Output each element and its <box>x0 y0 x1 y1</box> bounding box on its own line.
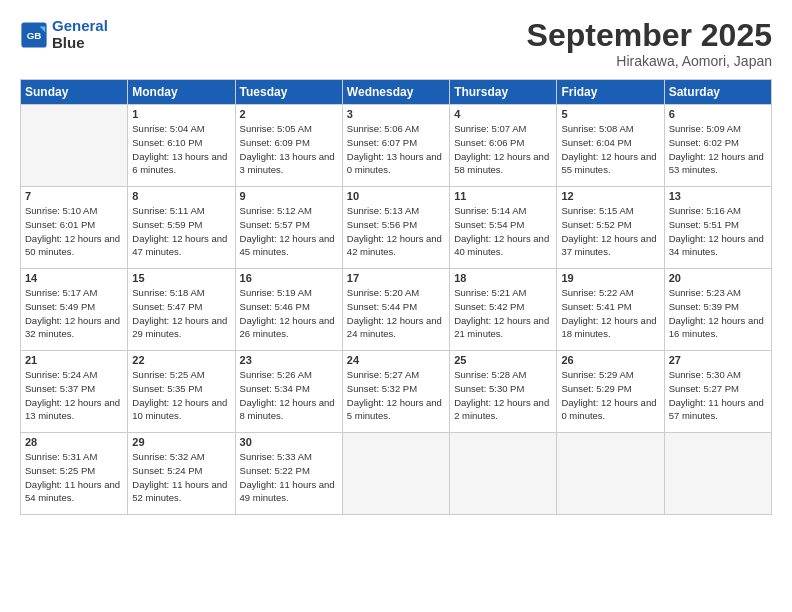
day-info: Sunrise: 5:31 AMSunset: 5:25 PMDaylight:… <box>25 450 123 505</box>
svg-text:GB: GB <box>27 30 42 41</box>
day-cell: 21Sunrise: 5:24 AMSunset: 5:37 PMDayligh… <box>21 351 128 433</box>
day-number: 28 <box>25 436 123 448</box>
day-number: 10 <box>347 190 445 202</box>
day-cell: 14Sunrise: 5:17 AMSunset: 5:49 PMDayligh… <box>21 269 128 351</box>
day-cell: 6Sunrise: 5:09 AMSunset: 6:02 PMDaylight… <box>664 105 771 187</box>
day-number: 19 <box>561 272 659 284</box>
day-info: Sunrise: 5:09 AMSunset: 6:02 PMDaylight:… <box>669 122 767 177</box>
day-cell: 28Sunrise: 5:31 AMSunset: 5:25 PMDayligh… <box>21 433 128 515</box>
day-cell: 4Sunrise: 5:07 AMSunset: 6:06 PMDaylight… <box>450 105 557 187</box>
day-cell <box>664 433 771 515</box>
day-number: 12 <box>561 190 659 202</box>
day-number: 13 <box>669 190 767 202</box>
col-monday: Monday <box>128 80 235 105</box>
day-info: Sunrise: 5:10 AMSunset: 6:01 PMDaylight:… <box>25 204 123 259</box>
day-info: Sunrise: 5:30 AMSunset: 5:27 PMDaylight:… <box>669 368 767 423</box>
day-number: 18 <box>454 272 552 284</box>
day-info: Sunrise: 5:23 AMSunset: 5:39 PMDaylight:… <box>669 286 767 341</box>
week-row-1: 1Sunrise: 5:04 AMSunset: 6:10 PMDaylight… <box>21 105 772 187</box>
day-number: 15 <box>132 272 230 284</box>
day-info: Sunrise: 5:24 AMSunset: 5:37 PMDaylight:… <box>25 368 123 423</box>
day-info: Sunrise: 5:18 AMSunset: 5:47 PMDaylight:… <box>132 286 230 341</box>
day-number: 14 <box>25 272 123 284</box>
day-cell: 29Sunrise: 5:32 AMSunset: 5:24 PMDayligh… <box>128 433 235 515</box>
day-info: Sunrise: 5:21 AMSunset: 5:42 PMDaylight:… <box>454 286 552 341</box>
day-cell: 30Sunrise: 5:33 AMSunset: 5:22 PMDayligh… <box>235 433 342 515</box>
day-info: Sunrise: 5:32 AMSunset: 5:24 PMDaylight:… <box>132 450 230 505</box>
logo: GB General Blue <box>20 18 108 51</box>
day-cell: 15Sunrise: 5:18 AMSunset: 5:47 PMDayligh… <box>128 269 235 351</box>
day-info: Sunrise: 5:04 AMSunset: 6:10 PMDaylight:… <box>132 122 230 177</box>
header-row: Sunday Monday Tuesday Wednesday Thursday… <box>21 80 772 105</box>
logo-text: General Blue <box>52 18 108 51</box>
day-info: Sunrise: 5:26 AMSunset: 5:34 PMDaylight:… <box>240 368 338 423</box>
day-info: Sunrise: 5:27 AMSunset: 5:32 PMDaylight:… <box>347 368 445 423</box>
day-info: Sunrise: 5:20 AMSunset: 5:44 PMDaylight:… <box>347 286 445 341</box>
day-number: 6 <box>669 108 767 120</box>
day-number: 2 <box>240 108 338 120</box>
day-number: 17 <box>347 272 445 284</box>
day-cell: 11Sunrise: 5:14 AMSunset: 5:54 PMDayligh… <box>450 187 557 269</box>
day-number: 7 <box>25 190 123 202</box>
day-number: 30 <box>240 436 338 448</box>
day-info: Sunrise: 5:08 AMSunset: 6:04 PMDaylight:… <box>561 122 659 177</box>
day-info: Sunrise: 5:06 AMSunset: 6:07 PMDaylight:… <box>347 122 445 177</box>
day-cell: 16Sunrise: 5:19 AMSunset: 5:46 PMDayligh… <box>235 269 342 351</box>
day-number: 11 <box>454 190 552 202</box>
day-number: 25 <box>454 354 552 366</box>
day-info: Sunrise: 5:15 AMSunset: 5:52 PMDaylight:… <box>561 204 659 259</box>
day-info: Sunrise: 5:13 AMSunset: 5:56 PMDaylight:… <box>347 204 445 259</box>
day-cell: 13Sunrise: 5:16 AMSunset: 5:51 PMDayligh… <box>664 187 771 269</box>
calendar-page: GB General Blue September 2025 Hirakawa,… <box>0 0 792 612</box>
day-number: 22 <box>132 354 230 366</box>
day-number: 8 <box>132 190 230 202</box>
day-number: 1 <box>132 108 230 120</box>
week-row-4: 21Sunrise: 5:24 AMSunset: 5:37 PMDayligh… <box>21 351 772 433</box>
day-info: Sunrise: 5:28 AMSunset: 5:30 PMDaylight:… <box>454 368 552 423</box>
day-number: 16 <box>240 272 338 284</box>
day-info: Sunrise: 5:14 AMSunset: 5:54 PMDaylight:… <box>454 204 552 259</box>
day-cell: 18Sunrise: 5:21 AMSunset: 5:42 PMDayligh… <box>450 269 557 351</box>
day-cell: 7Sunrise: 5:10 AMSunset: 6:01 PMDaylight… <box>21 187 128 269</box>
day-number: 20 <box>669 272 767 284</box>
day-cell: 1Sunrise: 5:04 AMSunset: 6:10 PMDaylight… <box>128 105 235 187</box>
day-cell: 27Sunrise: 5:30 AMSunset: 5:27 PMDayligh… <box>664 351 771 433</box>
col-friday: Friday <box>557 80 664 105</box>
day-cell: 17Sunrise: 5:20 AMSunset: 5:44 PMDayligh… <box>342 269 449 351</box>
day-info: Sunrise: 5:19 AMSunset: 5:46 PMDaylight:… <box>240 286 338 341</box>
day-info: Sunrise: 5:22 AMSunset: 5:41 PMDaylight:… <box>561 286 659 341</box>
day-number: 5 <box>561 108 659 120</box>
col-wednesday: Wednesday <box>342 80 449 105</box>
day-cell <box>21 105 128 187</box>
month-title: September 2025 <box>527 18 772 53</box>
day-number: 27 <box>669 354 767 366</box>
location: Hirakawa, Aomori, Japan <box>527 53 772 69</box>
day-info: Sunrise: 5:25 AMSunset: 5:35 PMDaylight:… <box>132 368 230 423</box>
day-info: Sunrise: 5:33 AMSunset: 5:22 PMDaylight:… <box>240 450 338 505</box>
day-number: 24 <box>347 354 445 366</box>
day-info: Sunrise: 5:07 AMSunset: 6:06 PMDaylight:… <box>454 122 552 177</box>
day-number: 29 <box>132 436 230 448</box>
week-row-3: 14Sunrise: 5:17 AMSunset: 5:49 PMDayligh… <box>21 269 772 351</box>
week-row-5: 28Sunrise: 5:31 AMSunset: 5:25 PMDayligh… <box>21 433 772 515</box>
calendar-table: Sunday Monday Tuesday Wednesday Thursday… <box>20 79 772 515</box>
col-sunday: Sunday <box>21 80 128 105</box>
day-cell: 22Sunrise: 5:25 AMSunset: 5:35 PMDayligh… <box>128 351 235 433</box>
day-cell: 25Sunrise: 5:28 AMSunset: 5:30 PMDayligh… <box>450 351 557 433</box>
day-cell: 26Sunrise: 5:29 AMSunset: 5:29 PMDayligh… <box>557 351 664 433</box>
day-cell: 23Sunrise: 5:26 AMSunset: 5:34 PMDayligh… <box>235 351 342 433</box>
day-info: Sunrise: 5:17 AMSunset: 5:49 PMDaylight:… <box>25 286 123 341</box>
calendar-body: 1Sunrise: 5:04 AMSunset: 6:10 PMDaylight… <box>21 105 772 515</box>
logo-general: General <box>52 17 108 34</box>
day-cell <box>557 433 664 515</box>
week-row-2: 7Sunrise: 5:10 AMSunset: 6:01 PMDaylight… <box>21 187 772 269</box>
day-cell: 19Sunrise: 5:22 AMSunset: 5:41 PMDayligh… <box>557 269 664 351</box>
day-info: Sunrise: 5:29 AMSunset: 5:29 PMDaylight:… <box>561 368 659 423</box>
day-cell: 2Sunrise: 5:05 AMSunset: 6:09 PMDaylight… <box>235 105 342 187</box>
day-cell: 12Sunrise: 5:15 AMSunset: 5:52 PMDayligh… <box>557 187 664 269</box>
day-cell: 8Sunrise: 5:11 AMSunset: 5:59 PMDaylight… <box>128 187 235 269</box>
day-number: 4 <box>454 108 552 120</box>
title-block: September 2025 Hirakawa, Aomori, Japan <box>527 18 772 69</box>
day-cell: 20Sunrise: 5:23 AMSunset: 5:39 PMDayligh… <box>664 269 771 351</box>
col-thursday: Thursday <box>450 80 557 105</box>
